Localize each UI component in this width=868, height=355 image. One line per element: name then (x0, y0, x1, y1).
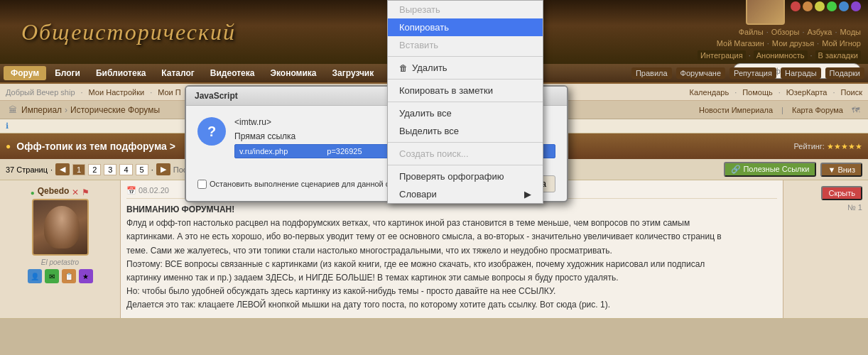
ctx-delete-all[interactable]: Удалить все (388, 104, 543, 122)
greeting: Добрый Вечер ship (6, 88, 75, 97)
ctx-delete[interactable]: 🗑Удалить (388, 59, 543, 77)
avatar-image (33, 199, 87, 256)
nav-video[interactable]: Видеотека (203, 66, 262, 80)
circle-blue[interactable] (839, 1, 849, 11)
user-icon-1[interactable]: 👤 (28, 269, 42, 283)
search-link[interactable]: Поиск (841, 88, 862, 97)
integration-link[interactable]: Интеграция (698, 50, 746, 60)
nav-catalog[interactable]: Каталог (154, 66, 202, 80)
reputation-link[interactable]: Репутация (729, 67, 776, 79)
down-btn[interactable]: ▼ Вниз (820, 163, 862, 177)
header-bot-links: Интеграция· Анонимность· В закладки (698, 50, 861, 60)
rating-stars: ★★★★★ (827, 142, 862, 151)
my-friends-link[interactable]: Мои друзья (772, 39, 814, 48)
nav-right: Правила Форумчане Репутация Награды Пода… (631, 67, 864, 79)
user-icon-4[interactable]: ★ (79, 269, 93, 283)
ctx-copy-notes[interactable]: Копировать в заметки (388, 82, 543, 99)
forum-map-link[interactable]: Карта Форума (792, 106, 843, 114)
rules-link[interactable]: Правила (631, 67, 672, 79)
ctx-sep-1 (388, 56, 543, 57)
user-icon-2[interactable]: ✉ (45, 269, 59, 283)
my-shop-link[interactable]: Мой Магазин (717, 39, 764, 48)
header-top-links: Файлы· Обзоры· Азбука· Моды (739, 28, 861, 36)
nav-forum[interactable]: Форум (4, 66, 46, 80)
dialog-icon: ? (197, 117, 226, 146)
historical-forums-link[interactable]: Исторические Форумы (70, 105, 160, 115)
post-user-column: ● Qebedo ✕ ⚑ El poetastro 👤 ✉ 📋 ★ (0, 180, 121, 318)
alphabet-link[interactable]: Азбука (807, 28, 832, 36)
ctx-dictionaries[interactable]: Словари ▶ (388, 185, 543, 203)
avatar-area[interactable]: 0 (746, 0, 785, 25)
ctx-sep-3 (388, 102, 543, 102)
circle-yellow[interactable] (815, 1, 825, 11)
logo: Общеисторический (7, 19, 236, 45)
thread-bullet: ● (6, 141, 11, 151)
user-avatar (746, 0, 785, 25)
bookmarks-link[interactable]: В закладки (815, 50, 861, 60)
post-actions: Скрыть № 1 (783, 180, 868, 318)
page-3[interactable]: 3 (104, 164, 116, 175)
thread-title: Офф-топик из тем подфорума > (16, 141, 175, 152)
context-menu: Вырезать Копировать Вставить 🗑Удалить Ко… (387, 0, 543, 204)
ctx-select-all[interactable]: Выделить все (388, 122, 543, 140)
nav-library[interactable]: Библиотека (89, 66, 153, 80)
ctx-dict-label: Словари (399, 189, 437, 200)
user-icon-3[interactable]: 📋 (62, 269, 76, 283)
ctx-paste: Вставить (388, 36, 543, 54)
anonymity-link[interactable]: Анонимность (754, 50, 808, 60)
useful-links-btn[interactable]: 🔗 Полезные Ссылки (724, 162, 816, 177)
circle-purple[interactable] (851, 1, 861, 11)
prev-page-btn[interactable]: ◀ (55, 163, 70, 175)
circle-orange[interactable] (803, 1, 813, 11)
stop-scripts-check-input[interactable] (197, 180, 207, 189)
news-link[interactable]: Новости Империала (699, 106, 773, 114)
pages-label: 37 Страниц (6, 165, 48, 174)
map-icon: 🗺 (852, 106, 859, 114)
awards-link[interactable]: Награды (781, 67, 821, 79)
ctx-submenu-arrow: ▶ (524, 189, 531, 200)
post-line-3: теме. Сами же жалуетесь, что эти топики … (126, 246, 612, 256)
ctx-copy[interactable]: Копировать (388, 18, 543, 36)
post-text: ВНИМАНИЮ ФОРУМЧАН! Флуд и офф-топ настол… (126, 203, 777, 312)
ctx-spellcheck[interactable]: Проверять орфографию (388, 168, 543, 185)
circle-red[interactable] (791, 1, 801, 11)
delete-icon: 🗑 (399, 63, 408, 73)
imperial-link[interactable]: Империал (21, 105, 62, 115)
my-settings-link[interactable]: Мои Настройки (89, 88, 145, 97)
ctx-create-search: Создать поиск... (388, 145, 543, 163)
ctx-sep-4 (388, 142, 543, 143)
post-line-4: Поэтому: ВСЕ вопросы связанные с картинк… (126, 259, 705, 269)
post-line-1: Флуд и офф-топ настолько расцвел на подф… (126, 218, 690, 228)
help-link[interactable]: Помощь (742, 88, 773, 97)
header-mid-links: Мой Магазин· Мои друзья· Мой Игнор (717, 39, 861, 48)
post-username[interactable]: Qebedo (38, 186, 70, 196)
post-avatar (32, 199, 89, 256)
my-pm-link[interactable]: Мои П (158, 88, 181, 97)
forumers-link[interactable]: Форумчане (676, 67, 725, 79)
hide-button[interactable]: Скрыть (821, 186, 862, 200)
nav-blogs[interactable]: Блоги (48, 66, 87, 80)
nav-economy[interactable]: Экономика (263, 66, 323, 80)
post-line-2: картинками. А это не есть хорошо, ибо во… (126, 231, 722, 241)
mods-link[interactable]: Моды (840, 28, 862, 36)
post-line-7: Делается это так: клацаете ЛЕВОЙ кнопкой… (126, 300, 610, 310)
ctx-sep-5 (388, 165, 543, 165)
page-1[interactable]: 1 (72, 164, 85, 175)
user-flag-icon[interactable]: ⚑ (82, 187, 89, 197)
ctx-sep-2 (388, 79, 543, 80)
user-report-icon[interactable]: ✕ (72, 187, 79, 197)
circle-green[interactable] (827, 1, 837, 11)
usercard-link[interactable]: ЮзерКарта (786, 88, 828, 97)
thread-rating: Рейтинг: ★★★★★ (793, 142, 862, 151)
gifts-link[interactable]: Подарки (825, 67, 864, 79)
page-4[interactable]: 4 (119, 164, 132, 175)
info-icon: ℹ (6, 121, 9, 131)
nav-downloader[interactable]: Загрузчик (325, 66, 381, 80)
page-2[interactable]: 2 (88, 164, 101, 175)
next-page-btn[interactable]: ▶ (156, 163, 170, 175)
page-5[interactable]: 5 (136, 164, 148, 175)
my-ignore-link[interactable]: Мой Игнор (822, 39, 861, 48)
calendar-link[interactable]: Календарь (690, 88, 729, 97)
files-link[interactable]: Файлы (739, 28, 764, 36)
reviews-link[interactable]: Обзоры (771, 28, 800, 36)
